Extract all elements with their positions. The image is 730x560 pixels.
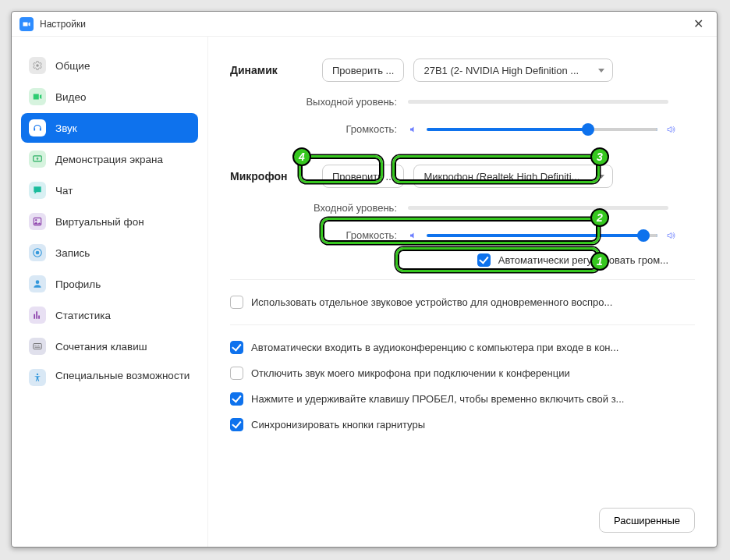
speaker-low-icon (408, 125, 419, 134)
video-icon (29, 88, 46, 105)
mic-auto-gain-checkbox[interactable] (477, 253, 491, 267)
speaker-output-level-meter (408, 100, 668, 104)
advanced-button[interactable]: Расширенные (599, 508, 695, 533)
mic-input-level-row: Входной уровень: (230, 202, 695, 214)
option-label: Отключить звук моего микрофона при подкл… (251, 367, 570, 379)
speaker-volume-label: Громкость: (230, 123, 408, 135)
sidebar-item-profile[interactable]: Профиль (21, 269, 198, 299)
record-icon (29, 244, 46, 261)
sidebar-item-stats[interactable]: Статистика (21, 300, 198, 330)
content-panel: Динамик Проверить ... 27B1 (2- NVIDIA Hi… (208, 37, 717, 547)
virtual-bg-icon (29, 213, 46, 230)
option-separate-device: Использовать отдельное звуковое устройст… (230, 296, 695, 309)
sidebar-item-label: Чат (55, 185, 73, 197)
speaker-high-icon (665, 231, 676, 240)
speaker-section-header: Динамик Проверить ... 27B1 (2- NVIDIA Hi… (230, 58, 695, 82)
mic-auto-gain-label: Автоматически регулировать гром... (498, 254, 668, 266)
option-mute-on-join: Отключить звук моего микрофона при подкл… (230, 367, 695, 380)
chat-icon (29, 182, 46, 199)
option-label: Автоматически входить в аудиоконференцию… (251, 342, 618, 353)
mic-volume-label: Громкость: (230, 229, 408, 241)
speaker-device-select[interactable]: 27B1 (2- NVIDIA High Definition ... (413, 58, 613, 82)
sidebar-item-label: Запись (55, 247, 90, 259)
svg-point-6 (36, 280, 40, 284)
stats-icon (29, 307, 46, 324)
mic-section-header: Микрофон Проверить ... Микрофон (Realtek… (230, 165, 695, 188)
share-screen-icon (29, 151, 46, 168)
svg-rect-7 (34, 344, 42, 349)
mic-input-level-label: Входной уровень: (230, 202, 408, 214)
sidebar-item-accessibility[interactable]: Специальные возможности (21, 363, 198, 400)
sidebar-item-label: Общие (55, 60, 90, 72)
mic-volume-row: Громкость: (230, 229, 695, 241)
svg-point-3 (35, 219, 37, 221)
sidebar-item-label: Профиль (55, 278, 101, 290)
keyboard-icon (29, 338, 46, 355)
mic-input-level-meter (408, 206, 668, 210)
sidebar-item-chat[interactable]: Чат (21, 175, 198, 205)
sidebar-item-audio[interactable]: Звук (21, 113, 198, 143)
push-to-talk-checkbox[interactable] (230, 392, 243, 406)
close-button[interactable]: ✕ (687, 13, 709, 35)
speaker-output-level-row: Выходной уровень: (230, 96, 695, 108)
speaker-device-value: 27B1 (2- NVIDIA High Definition ... (423, 65, 579, 76)
speaker-volume-slider[interactable] (427, 128, 657, 131)
mic-label: Микрофон (230, 170, 322, 183)
separate-device-checkbox[interactable] (230, 296, 243, 309)
profile-icon (29, 275, 46, 292)
mic-auto-gain-row: Автоматически регулировать гром... (477, 253, 668, 267)
option-push-to-talk: Нажмите и удерживайте клавишу ПРОБЕЛ, чт… (230, 392, 695, 406)
speaker-high-icon (665, 125, 676, 134)
option-label: Синхронизировать кнопки гарнитуры (251, 419, 425, 431)
svg-point-5 (36, 251, 40, 255)
settings-window: Настройки ✕ Общие Видео Звук Демонстраци… (11, 11, 718, 548)
speaker-label: Динамик (230, 64, 322, 76)
sidebar-item-share[interactable]: Демонстрация экрана (21, 144, 198, 174)
speaker-low-icon (408, 231, 419, 240)
option-label: Использовать отдельное звуковое устройст… (251, 296, 612, 308)
sidebar-item-label: Сочетания клавиш (55, 341, 147, 353)
mic-device-value: Микрофон (Realtek High Definiti... (423, 171, 579, 183)
speaker-output-level-label: Выходной уровень: (230, 96, 408, 108)
auto-join-audio-checkbox[interactable] (230, 341, 243, 354)
accessibility-icon (29, 369, 46, 386)
mic-test-button[interactable]: Проверить ... (322, 165, 404, 188)
option-sync-headset: Синхронизировать кнопки гарнитуры (230, 418, 695, 431)
titlebar: Настройки ✕ (12, 12, 717, 37)
sidebar-item-label: Виртуальный фон (55, 216, 144, 228)
sidebar-item-shortcuts[interactable]: Сочетания клавиш (21, 331, 198, 361)
sidebar-item-label: Видео (55, 91, 86, 103)
gear-icon (29, 57, 46, 74)
sidebar-item-video[interactable]: Видео (21, 82, 198, 112)
sidebar-item-label: Звук (55, 122, 77, 134)
sidebar-item-label: Демонстрация экрана (55, 154, 163, 165)
window-title: Настройки (40, 19, 687, 30)
sidebar-item-label: Специальные возможности (55, 369, 190, 383)
sidebar-item-label: Статистика (55, 310, 111, 321)
svg-point-0 (36, 64, 39, 67)
mic-volume-slider[interactable] (427, 234, 657, 237)
mic-device-select[interactable]: Микрофон (Realtek High Definiti... (413, 165, 613, 188)
sidebar: Общие Видео Звук Демонстрация экрана Чат… (12, 37, 208, 547)
option-label: Нажмите и удерживайте клавишу ПРОБЕЛ, чт… (251, 393, 624, 405)
sidebar-item-recording[interactable]: Запись (21, 238, 198, 268)
sidebar-item-virtual-bg[interactable]: Виртуальный фон (21, 207, 198, 236)
headphones-icon (29, 119, 46, 136)
speaker-test-button[interactable]: Проверить ... (322, 58, 404, 82)
app-icon (19, 17, 34, 31)
sidebar-item-general[interactable]: Общие (21, 51, 198, 80)
mute-on-join-checkbox[interactable] (230, 367, 243, 380)
svg-point-8 (37, 374, 38, 375)
speaker-volume-row: Громкость: (230, 123, 695, 135)
option-auto-join-audio: Автоматически входить в аудиоконференцию… (230, 341, 695, 354)
sync-headset-checkbox[interactable] (230, 418, 243, 431)
